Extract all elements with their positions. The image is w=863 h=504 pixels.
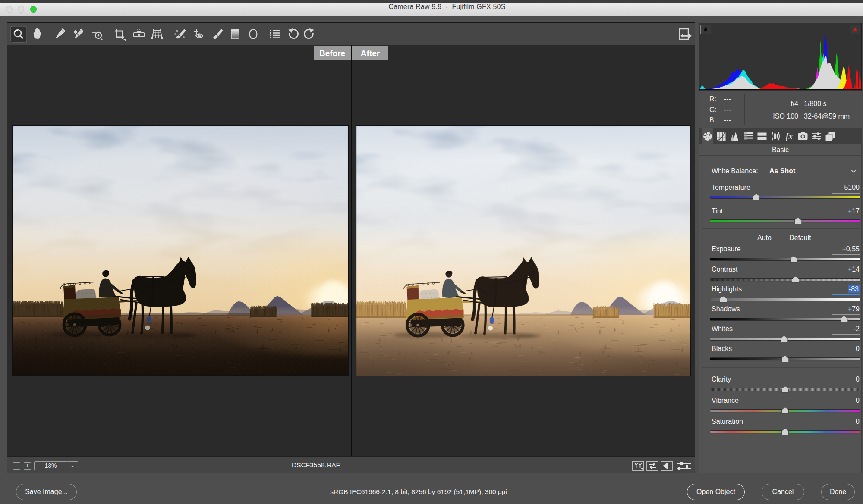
svg-text:fx: fx xyxy=(786,131,793,141)
